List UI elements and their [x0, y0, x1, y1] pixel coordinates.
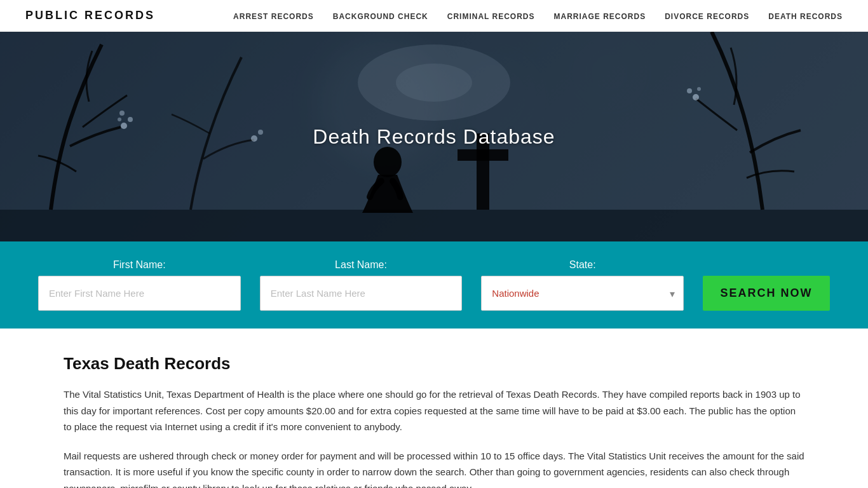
svg-point-4 — [374, 147, 402, 177]
nav-link-criminal-records[interactable]: CRIMINAL RECORDS — [447, 12, 535, 21]
svg-rect-1 — [0, 210, 868, 241]
first-name-input[interactable] — [38, 276, 241, 311]
hero-section: Death Records Database — [0, 32, 868, 241]
nav-link-arrest-records[interactable]: ARREST RECORDS — [233, 12, 314, 21]
state-select[interactable]: NationwideAlabamaAlaskaArizonaArkansasCa… — [481, 276, 684, 311]
svg-point-13 — [258, 130, 263, 135]
nav-link-death-records[interactable]: DEATH RECORDS — [768, 12, 843, 21]
last-name-field: Last Name: — [260, 259, 463, 311]
content-paragraph-2: Mail requests are ushered through check … — [64, 448, 804, 489]
search-now-button[interactable]: SEARCH NOW — [703, 276, 830, 311]
svg-rect-3 — [458, 149, 508, 161]
svg-point-5 — [121, 123, 127, 129]
svg-point-10 — [687, 88, 692, 93]
state-label: State: — [481, 259, 684, 271]
svg-point-9 — [693, 94, 699, 100]
nav-link-background-check[interactable]: BACKGROUND CHECK — [333, 12, 428, 21]
brand-logo[interactable]: PUBLIC RECORDS — [25, 9, 155, 22]
nav-link-divorce-records[interactable]: DIVORCE RECORDS — [665, 12, 749, 21]
content-paragraph-1: The Vital Statistics Unit, Texas Departm… — [64, 386, 804, 435]
first-name-label: First Name: — [38, 259, 241, 271]
svg-point-15 — [396, 64, 472, 102]
svg-point-8 — [119, 111, 125, 116]
nav-links: ARREST RECORDSBACKGROUND CHECKCRIMINAL R… — [233, 10, 843, 22]
last-name-input[interactable] — [260, 276, 463, 311]
state-field: State: NationwideAlabamaAlaskaArizonaArk… — [481, 259, 684, 311]
svg-point-7 — [118, 118, 121, 121]
content-section: Texas Death Records The Vital Statistics… — [0, 329, 868, 488]
svg-point-6 — [128, 117, 133, 122]
svg-point-11 — [697, 87, 701, 91]
state-select-wrapper: NationwideAlabamaAlaskaArizonaArkansasCa… — [481, 276, 684, 311]
first-name-field: First Name: — [38, 259, 241, 311]
search-bar: First Name: Last Name: State: Nationwide… — [0, 241, 868, 329]
hero-title: Death Records Database — [313, 125, 555, 149]
nav-link-marriage-records[interactable]: MARRIAGE RECORDS — [554, 12, 646, 21]
svg-point-12 — [251, 135, 257, 142]
navbar: PUBLIC RECORDS ARREST RECORDSBACKGROUND … — [0, 0, 868, 32]
content-heading: Texas Death Records — [64, 354, 804, 374]
last-name-label: Last Name: — [260, 259, 463, 271]
